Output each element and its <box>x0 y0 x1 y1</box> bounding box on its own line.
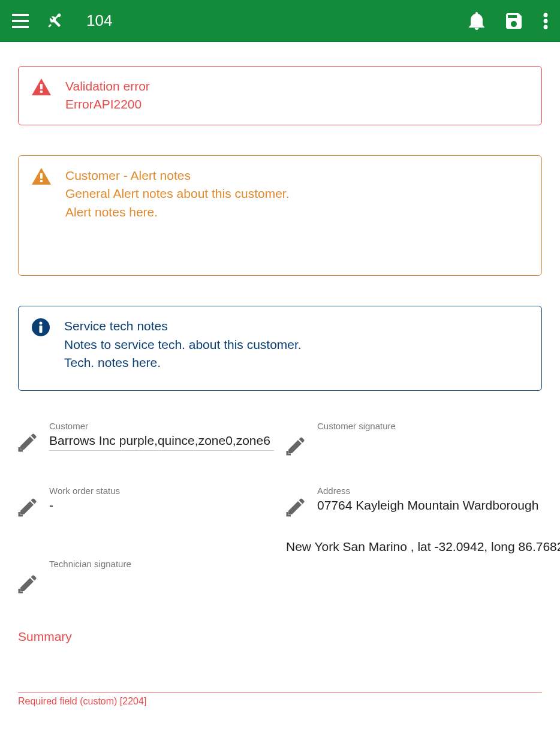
svg-rect-6 <box>40 84 43 89</box>
error-alert-text: Validation error ErrorAPI2200 <box>65 77 150 114</box>
status-label: Work order status <box>49 486 274 496</box>
edit-customer-button[interactable] <box>18 432 38 452</box>
tools-icon <box>46 12 64 30</box>
status-value[interactable]: - <box>49 498 274 515</box>
main-content: Validation error ErrorAPI2200 Customer -… <box>0 42 560 707</box>
error-triangle-icon <box>32 79 51 95</box>
svg-point-4 <box>544 19 548 23</box>
notifications-button[interactable] <box>469 12 484 30</box>
svg-point-11 <box>40 322 43 325</box>
fields-grid: Customer Barrows Inc purple,quince,zone0… <box>18 421 542 594</box>
customer-value[interactable]: Barrows Inc purple,quince,zone0,zone6 <box>49 433 274 451</box>
svg-rect-2 <box>12 26 29 28</box>
summary-section: Summary Required field (custom) [2204] <box>18 629 542 707</box>
address-extra: New York San Marino , lat -32.0942, long… <box>286 540 560 554</box>
more-vert-icon <box>543 13 548 29</box>
warning-line1: General Alert notes about this customer. <box>65 185 290 203</box>
svg-point-7 <box>40 91 43 94</box>
customer-field: Customer Barrows Inc purple,quince,zone0… <box>18 421 274 456</box>
header-right <box>469 12 548 30</box>
menu-button[interactable] <box>12 14 29 28</box>
bell-icon <box>469 12 484 30</box>
summary-required-msg: Required field (custom) [2204] <box>18 696 542 707</box>
info-title: Service tech notes <box>64 317 302 335</box>
edit-technician-signature-button[interactable] <box>18 573 38 594</box>
technician-signature-field: Technician signature <box>18 559 274 594</box>
hamburger-icon <box>12 14 29 28</box>
app-header: 104 <box>0 0 560 42</box>
info-alert-text: Service tech notes Notes to service tech… <box>64 317 302 372</box>
edit-icon <box>286 496 306 517</box>
page-title: 104 <box>86 11 112 30</box>
header-left: 104 <box>12 11 112 30</box>
error-title: Validation error <box>65 77 150 95</box>
info-line2: Tech. notes here. <box>64 354 302 372</box>
address-field: Address 07764 Kayleigh Mountain Wardboro… <box>286 486 542 517</box>
service-tech-notes: Service tech notes Notes to service tech… <box>18 306 542 390</box>
svg-point-5 <box>544 25 548 29</box>
validation-error-alert: Validation error ErrorAPI2200 <box>18 66 542 125</box>
edit-customer-signature-button[interactable] <box>286 435 306 456</box>
svg-rect-12 <box>40 326 43 333</box>
edit-icon <box>18 432 38 452</box>
summary-input[interactable] <box>18 692 542 692</box>
svg-rect-1 <box>12 20 29 22</box>
svg-point-3 <box>544 13 548 17</box>
edit-icon <box>18 496 38 517</box>
technician-signature-label: Technician signature <box>49 559 274 569</box>
svg-rect-8 <box>40 173 43 179</box>
customer-alert-notes: Customer - Alert notes General Alert not… <box>18 155 542 276</box>
address-value[interactable]: 07764 Kayleigh Mountain Wardborough <box>317 498 542 515</box>
error-detail: ErrorAPI2200 <box>65 95 150 113</box>
save-button[interactable] <box>506 13 522 29</box>
work-order-status-field: Work order status - <box>18 486 274 517</box>
svg-rect-0 <box>12 14 29 16</box>
warning-line2: Alert notes here. <box>65 203 290 221</box>
edit-address-button[interactable] <box>286 496 306 517</box>
edit-icon <box>18 573 38 594</box>
edit-status-button[interactable] <box>18 496 38 517</box>
customer-signature-field: Customer signature <box>286 421 542 456</box>
address-label: Address <box>317 486 542 496</box>
edit-icon <box>286 435 306 456</box>
customer-signature-label: Customer signature <box>317 421 542 431</box>
info-circle-icon <box>32 318 50 336</box>
save-icon <box>506 13 522 29</box>
info-line1: Notes to service tech. about this custom… <box>64 336 302 354</box>
summary-label: Summary <box>18 629 542 644</box>
warning-title: Customer - Alert notes <box>65 167 290 185</box>
svg-point-9 <box>40 180 43 183</box>
customer-label: Customer <box>49 421 274 431</box>
warning-alert-text: Customer - Alert notes General Alert not… <box>65 167 290 221</box>
more-button[interactable] <box>543 13 548 29</box>
warning-triangle-icon <box>32 168 51 185</box>
